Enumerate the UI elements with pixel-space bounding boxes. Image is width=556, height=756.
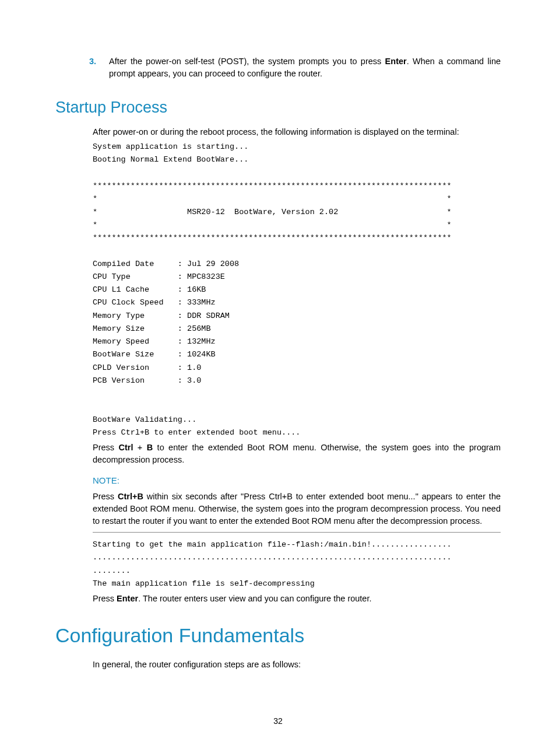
paragraph: After power-on or during the reboot proc…	[93, 126, 501, 138]
step-number: 3.	[89, 55, 109, 80]
text-fragment: Press	[93, 443, 118, 452]
ordered-list-step: 3. After the power-on self-test (POST), …	[89, 55, 501, 80]
text-fragment: . The router enters user view and you ca…	[138, 594, 371, 603]
text-fragment: to enter the extended Boot ROM menu. Oth…	[93, 443, 501, 464]
keycap-enter: Enter	[117, 594, 138, 603]
page-number: 32	[0, 715, 556, 727]
step-text: After the power-on self-test (POST), the…	[109, 55, 501, 80]
paragraph: Press Ctrl + B to enter the extended Boo…	[93, 442, 501, 466]
heading-config-fundamentals: Configuration Fundamentals	[55, 621, 501, 650]
text-fragment: Press	[93, 492, 118, 501]
note-body: Press Ctrl+B within six seconds after "P…	[93, 491, 501, 533]
text-fragment: within six seconds after "Press Ctrl+B t…	[93, 492, 501, 526]
keycap-ctrl: Ctrl	[118, 443, 133, 452]
code-block-bootware: System application is starting... Bootin…	[93, 141, 501, 439]
note-label: NOTE:	[93, 474, 501, 487]
keycap-b: B	[147, 443, 153, 452]
text-fragment: +	[133, 443, 146, 452]
keycap-enter: Enter	[385, 57, 407, 66]
text-fragment: Press	[93, 594, 117, 603]
code-block-decompress: Starting to get the main application fil…	[93, 538, 501, 590]
text-fragment: After the power-on self-test (POST), the…	[109, 57, 385, 66]
paragraph: In general, the router configuration ste…	[93, 659, 501, 671]
heading-startup-process: Startup Process	[55, 96, 501, 119]
paragraph: Press Enter. The router enters user view…	[93, 593, 501, 605]
keycap-ctrlb: Ctrl+B	[118, 492, 143, 501]
